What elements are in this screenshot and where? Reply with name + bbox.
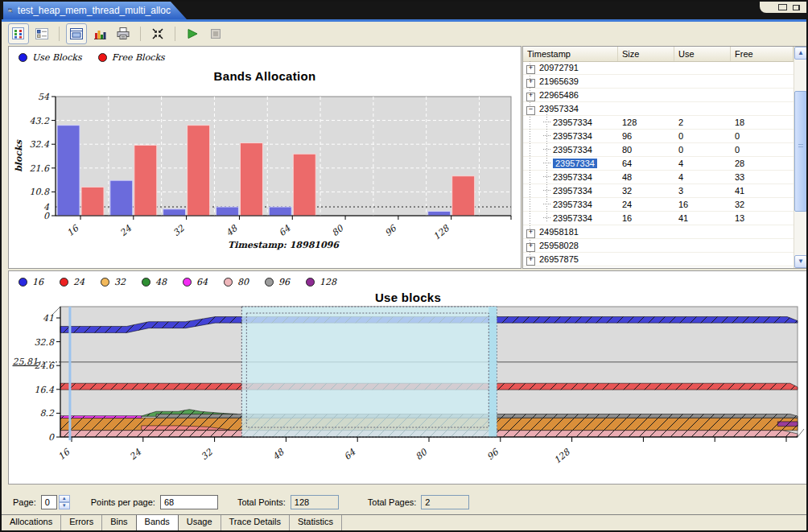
column-header-size[interactable]: Size [618, 47, 674, 61]
legend-label: 96 [278, 277, 290, 287]
total-points-value: 128 [291, 495, 339, 509]
svg-text:Timestamp: 18981096: Timestamp: 18981096 [228, 240, 340, 250]
table-row[interactable]: 23957334128218 [523, 116, 794, 130]
timestamp-value: 24958181 [539, 227, 579, 237]
table-row[interactable]: +21965639 [523, 75, 794, 89]
legend-item: 80 [224, 277, 249, 287]
timestamp-cell: 23957334 [523, 198, 618, 211]
table-row[interactable]: +22965486 [523, 89, 794, 102]
scroll-down-icon[interactable]: ▼ [794, 255, 807, 268]
table-row[interactable]: 2395733448433 [523, 171, 794, 184]
table-scrollbar[interactable]: ▲ ▼ [794, 47, 807, 268]
legend-dot-icon [98, 53, 107, 62]
timestamp-value: 26957875 [539, 254, 579, 264]
bottom-tab-bins[interactable]: Bins [102, 515, 136, 530]
table-row[interactable]: +24958181 [523, 225, 794, 239]
collapse-icon[interactable]: − [526, 106, 535, 115]
tab-close-icon[interactable]: ✕ [180, 5, 188, 16]
use-cell: 4 [674, 157, 731, 170]
size-cell: 80 [618, 143, 674, 156]
tree-branch-line [543, 217, 550, 218]
column-header-free[interactable]: Free [731, 47, 794, 61]
allocation-grid-view-icon[interactable] [8, 23, 29, 44]
expand-icon[interactable]: + [526, 257, 535, 266]
tree-branch-line [543, 135, 550, 136]
points-per-page-input[interactable]: 68 [160, 495, 218, 509]
legend-label: 32 [114, 277, 126, 287]
legend-item: 24 [60, 277, 85, 287]
legend-label: Free Blocks [112, 52, 165, 63]
bottom-tab-statistics[interactable]: Statistics [290, 515, 342, 530]
heap-trace-file-icon [8, 5, 13, 16]
expand-icon[interactable]: + [526, 79, 535, 88]
bar-chart-icon[interactable] [89, 23, 110, 44]
legend-label: Use Blocks [32, 52, 82, 63]
timestamp-value: 23957334 [553, 186, 592, 196]
table-row[interactable]: +25958028 [523, 239, 794, 253]
timestamp-cell: +20972791 [523, 61, 618, 74]
column-header-use[interactable]: Use [674, 47, 731, 61]
timestamp-cell: −23957334 [523, 102, 618, 115]
fit-to-window-icon[interactable] [147, 23, 168, 44]
svg-text:16: 16 [56, 447, 72, 463]
legend-item: 16 [19, 277, 43, 287]
bottom-tab-bands[interactable]: Bands [136, 515, 179, 530]
expand-icon[interactable]: + [526, 229, 535, 238]
stop-icon[interactable] [205, 23, 226, 44]
legend-label: 48 [155, 277, 167, 287]
table-row[interactable]: +26957875 [523, 253, 794, 266]
table-row[interactable]: 2395733432341 [523, 184, 794, 198]
bottom-tab-allocations[interactable]: Allocations [2, 515, 61, 530]
free-cell [731, 61, 794, 74]
tree-branch-line [543, 176, 550, 177]
total-pages-label: Total Pages: [368, 497, 417, 507]
expand-icon[interactable]: + [526, 93, 535, 101]
bottom-tab-trace-details[interactable]: Trace Details [221, 515, 290, 530]
svg-text:32.8: 32.8 [35, 337, 55, 348]
svg-text:41: 41 [43, 313, 54, 324]
free-cell: 33 [731, 171, 794, 184]
size-cell [618, 102, 674, 115]
table-row[interactable]: +20972791 [523, 61, 794, 75]
toolbar-separator [59, 27, 60, 41]
legend-label: 16 [32, 277, 43, 287]
use-blocks-chart[interactable]: 08.216.424.632.84125,8116243248648096128 [9, 303, 807, 479]
legend-label: 64 [196, 277, 208, 287]
minimize-view-icon[interactable] [778, 4, 787, 10]
editor-tab[interactable]: test_heap_mem_thread_multi_alloc ✕ [3, 2, 188, 19]
restore-view-icon[interactable] [793, 5, 800, 10]
scroll-up-icon[interactable]: ▲ [794, 47, 807, 60]
bands-allocation-chart[interactable]: 010.821.632.443.254416243248648096128blo… [9, 89, 521, 258]
use-cell: 16 [674, 198, 731, 211]
timestamp-cell: 23957334 [523, 116, 618, 129]
pagination-bar: Page: 0 ▲ ▼ Points per page: 68 Total Po… [2, 488, 806, 517]
bands-chart-title: Bands Allocation [9, 69, 521, 83]
use-cell [674, 225, 731, 238]
list-view-icon[interactable] [31, 23, 52, 44]
bottom-tab-errors[interactable]: Errors [61, 515, 102, 530]
page-spin-up-icon[interactable]: ▲ [59, 495, 70, 502]
play-icon[interactable] [182, 23, 203, 44]
size-cell: 128 [618, 116, 674, 129]
table-row[interactable]: 239573349600 [523, 130, 794, 143]
bottom-tab-usage[interactable]: Usage [179, 515, 221, 530]
print-icon[interactable] [113, 23, 134, 44]
table-row[interactable]: −23957334 [523, 102, 794, 116]
table-row[interactable]: 2395733464428 [523, 157, 794, 171]
free-cell [731, 75, 794, 88]
use-blocks-panel: 16243248648096128 Use blocks 08.216.424.… [8, 270, 808, 485]
table-row[interactable]: 239573348000 [523, 143, 794, 157]
expand-icon[interactable]: + [526, 243, 535, 252]
page-spin-down-icon[interactable]: ▼ [59, 502, 70, 509]
points-per-page-label: Points per page: [91, 497, 155, 507]
table-row[interactable]: +27957722 [523, 266, 794, 268]
page-input[interactable]: 0 [41, 495, 57, 509]
expand-icon[interactable]: + [526, 65, 535, 74]
scrollbar-thumb[interactable] [794, 91, 807, 212]
timestamp-value: 23957334 [553, 118, 592, 127]
column-header-timestamp[interactable]: Timestamp [523, 47, 618, 61]
chart-view-icon[interactable] [66, 23, 87, 44]
table-row[interactable]: 23957334164113 [523, 212, 794, 225]
size-cell [618, 266, 674, 268]
table-row[interactable]: 23957334241632 [523, 198, 794, 212]
